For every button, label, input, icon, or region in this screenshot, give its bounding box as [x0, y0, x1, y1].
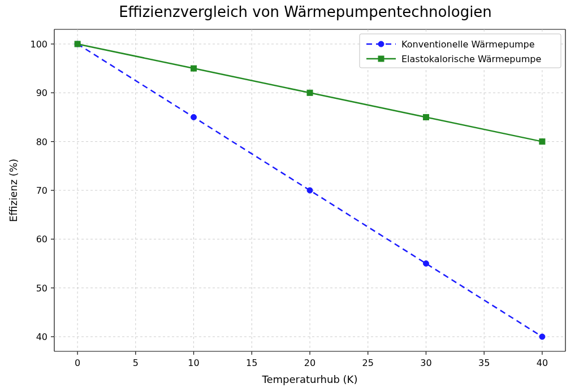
chart-svg: Effizienzvergleich von Wärmepumpentechno…	[0, 0, 579, 392]
chart-title: Effizienzvergleich von Wärmepumpentechno…	[119, 3, 492, 20]
y-tick-label: 70	[36, 185, 47, 196]
legend-marker-elastocaloric	[378, 56, 384, 62]
chart-container: Effizienzvergleich von Wärmepumpentechno…	[0, 0, 579, 392]
y-tick-label: 50	[36, 283, 47, 294]
data-marker	[539, 334, 545, 339]
data-marker	[423, 114, 429, 120]
y-tick-label: 60	[36, 234, 47, 245]
data-marker	[191, 114, 197, 120]
x-axis-label: Temperaturhub (K)	[262, 373, 358, 385]
x-tick-label: 35	[478, 358, 490, 368]
data-marker	[539, 139, 545, 145]
legend-label-conventional: Konventionelle Wärmepumpe	[401, 39, 535, 50]
x-tick-label: 40	[537, 358, 548, 368]
y-ticks: 405060708090100	[30, 39, 54, 342]
x-tick-label: 10	[188, 358, 199, 368]
legend-marker-conventional	[378, 41, 384, 47]
y-tick-label: 90	[36, 88, 47, 98]
y-axis-label: Effizienz (%)	[7, 159, 19, 222]
y-tick-label: 80	[36, 137, 47, 147]
x-tick-label: 5	[133, 358, 139, 368]
data-marker	[75, 41, 80, 47]
y-tick-label: 40	[36, 332, 47, 342]
data-marker	[307, 188, 313, 193]
data-marker	[423, 261, 429, 267]
x-tick-label: 30	[420, 358, 431, 368]
data-marker	[307, 90, 313, 95]
x-tick-label: 0	[75, 358, 80, 368]
y-tick-label: 100	[30, 39, 47, 50]
x-ticks: 0510152025303540	[75, 351, 548, 368]
x-tick-label: 20	[304, 358, 316, 368]
legend: Konventionelle Wärmepumpe Elastokalorisc…	[360, 34, 561, 68]
x-tick-label: 25	[362, 358, 374, 368]
data-marker	[191, 66, 197, 71]
legend-label-elastocaloric: Elastokalorische Wärmepumpe	[401, 54, 541, 64]
x-tick-label: 15	[246, 358, 257, 368]
